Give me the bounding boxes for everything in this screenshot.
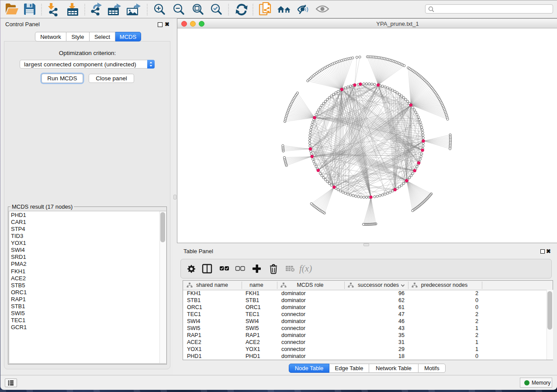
svg-text:f(x): f(x) xyxy=(299,263,312,274)
